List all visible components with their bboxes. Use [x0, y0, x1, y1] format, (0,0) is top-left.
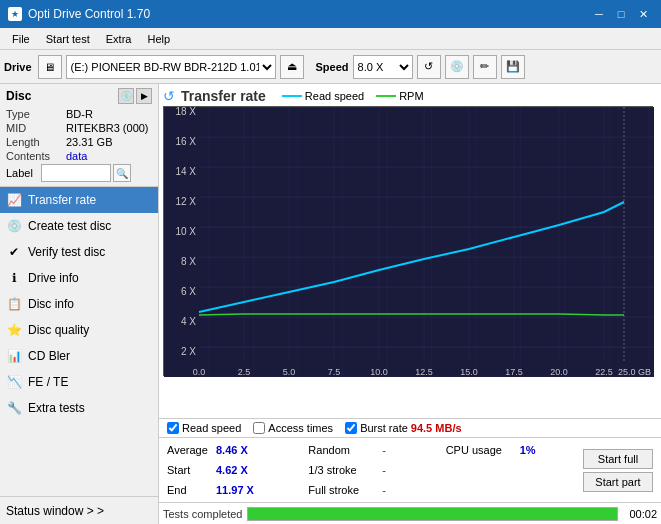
menu-extra[interactable]: Extra [98, 31, 140, 47]
menu-help[interactable]: Help [139, 31, 178, 47]
extra-tests-icon: 🔧 [6, 400, 22, 416]
menu-file[interactable]: File [4, 31, 38, 47]
data-col-right: CPU usage 1% [442, 440, 579, 500]
burst-rate-cb-item: Burst rate 94.5 MB/s [345, 422, 461, 434]
disc-label-btn[interactable]: 🔍 [113, 164, 131, 182]
drive-label: Drive [4, 61, 32, 73]
chart-legend: Read speed RPM [282, 90, 424, 102]
chart-title-bar: ↺ Transfer rate Read speed RPM [163, 88, 657, 104]
read-speed-cb-label: Read speed [182, 422, 241, 434]
disc-mid-row: MID RITEKBR3 (000) [6, 122, 152, 134]
disc-quality-icon: ⭐ [6, 322, 22, 338]
chart-refresh-icon: ↺ [163, 88, 175, 104]
progress-area: Tests completed 00:02 [159, 502, 661, 524]
disc-contents-value: data [66, 150, 87, 162]
drive-icon-btn[interactable]: 🖥 [38, 55, 62, 79]
nav-disc-info-label: Disc info [28, 297, 74, 311]
save-button[interactable]: 💾 [501, 55, 525, 79]
menu-start-test[interactable]: Start test [38, 31, 98, 47]
disc-mid-label: MID [6, 122, 66, 134]
app-icon: ★ [8, 7, 22, 21]
stroke-label: 1/3 stroke [308, 464, 378, 476]
burst-rate-value: 94.5 MB/s [411, 422, 462, 434]
toolbar: Drive 🖥 (E:) PIONEER BD-RW BDR-212D 1.01… [0, 50, 661, 84]
svg-text:12.5: 12.5 [415, 367, 433, 377]
nav-create-test-disc[interactable]: 💿 Create test disc [0, 213, 158, 239]
disc-type-row: Type BD-R [6, 108, 152, 120]
data-rows: Average 8.46 X Start 4.62 X End 11.97 X … [159, 437, 661, 502]
legend-read-label: Read speed [305, 90, 364, 102]
eject-button[interactable]: ⏏ [280, 55, 304, 79]
nav-fe-te[interactable]: 📉 FE / TE [0, 369, 158, 395]
nav-transfer-rate-label: Transfer rate [28, 193, 96, 207]
nav-disc-info[interactable]: 📋 Disc info [0, 291, 158, 317]
end-row: End 11.97 X [167, 480, 304, 500]
chart-container: ↺ Transfer rate Read speed RPM [159, 84, 661, 418]
write-button[interactable]: ✏ [473, 55, 497, 79]
main-area: Disc 💿 ▶ Type BD-R MID RITEKBR3 (000) Le… [0, 84, 661, 524]
maximize-button[interactable]: □ [611, 6, 631, 22]
svg-rect-2 [199, 107, 654, 377]
burst-rate-checkbox[interactable] [345, 422, 357, 434]
chart-title: Transfer rate [181, 88, 266, 104]
svg-text:7.5: 7.5 [328, 367, 341, 377]
access-times-checkbox[interactable] [253, 422, 265, 434]
disc-label-row: Label 🔍 [6, 164, 152, 182]
fe-te-icon: 📉 [6, 374, 22, 390]
legend-read-color [282, 95, 302, 97]
read-speed-checkbox[interactable] [167, 422, 179, 434]
legend-rpm: RPM [376, 90, 423, 102]
start-value: 4.62 X [216, 464, 248, 476]
cpu-label: CPU usage [446, 444, 516, 456]
disc-button[interactable]: 💿 [445, 55, 469, 79]
nav-extra-tests-label: Extra tests [28, 401, 85, 415]
cpu-row: CPU usage 1% [442, 440, 579, 460]
start-row: Start 4.62 X [167, 460, 304, 480]
nav-fe-te-label: FE / TE [28, 375, 68, 389]
svg-text:18 X: 18 X [175, 107, 196, 117]
disc-contents-row: Contents data [6, 150, 152, 162]
close-button[interactable]: ✕ [633, 6, 653, 22]
svg-text:2 X: 2 X [181, 346, 196, 357]
disc-length-value: 23.31 GB [66, 136, 112, 148]
nav-verify-test-disc-label: Verify test disc [28, 245, 105, 259]
svg-text:25.0 GB: 25.0 GB [618, 367, 651, 377]
svg-text:2.5: 2.5 [238, 367, 251, 377]
nav-cd-bler[interactable]: 📊 CD Bler [0, 343, 158, 369]
svg-text:4 X: 4 X [181, 316, 196, 327]
start-part-button[interactable]: Start part [583, 472, 653, 492]
nav-drive-info[interactable]: ℹ Drive info [0, 265, 158, 291]
drive-select[interactable]: (E:) PIONEER BD-RW BDR-212D 1.01 [66, 55, 276, 79]
stroke-value: - [382, 464, 386, 476]
nav-create-test-disc-label: Create test disc [28, 219, 111, 233]
avg-row: Average 8.46 X [167, 440, 304, 460]
stats-bar: Read speed Access times Burst rate 94.5 … [159, 418, 661, 437]
nav-transfer-rate[interactable]: 📈 Transfer rate [0, 187, 158, 213]
disc-icon1[interactable]: 💿 [118, 88, 134, 104]
svg-text:22.5: 22.5 [595, 367, 613, 377]
refresh-button[interactable]: ↺ [417, 55, 441, 79]
legend-rpm-label: RPM [399, 90, 423, 102]
speed-select[interactable]: Max2.0 X4.0 X6.0 X8.0 X10.0 X12.0 X [353, 55, 413, 79]
burst-rate-cb-label: Burst rate [360, 422, 408, 434]
minimize-button[interactable]: ─ [589, 6, 609, 22]
disc-label-input[interactable] [41, 164, 111, 182]
nav-extra-tests[interactable]: 🔧 Extra tests [0, 395, 158, 421]
disc-type-label: Type [6, 108, 66, 120]
nav-disc-quality[interactable]: ⭐ Disc quality [0, 317, 158, 343]
disc-section: Disc 💿 ▶ Type BD-R MID RITEKBR3 (000) Le… [0, 84, 158, 187]
chart-area: 18 X 16 X 14 X 12 X 10 X 8 X 6 X 4 X 2 X… [163, 106, 653, 376]
start-full-button[interactable]: Start full [583, 449, 653, 469]
disc-type-value: BD-R [66, 108, 93, 120]
data-col-left: Average 8.46 X Start 4.62 X End 11.97 X [167, 440, 304, 500]
full-value: - [382, 484, 386, 496]
verify-test-disc-icon: ✔ [6, 244, 22, 260]
disc-length-label: Length [6, 136, 66, 148]
disc-icon2[interactable]: ▶ [136, 88, 152, 104]
access-times-cb-item: Access times [253, 422, 333, 434]
svg-text:12 X: 12 X [175, 196, 196, 207]
cd-bler-icon: 📊 [6, 348, 22, 364]
nav-verify-test-disc[interactable]: ✔ Verify test disc [0, 239, 158, 265]
avg-value: 8.46 X [216, 444, 248, 456]
status-window[interactable]: Status window > > [0, 496, 158, 524]
